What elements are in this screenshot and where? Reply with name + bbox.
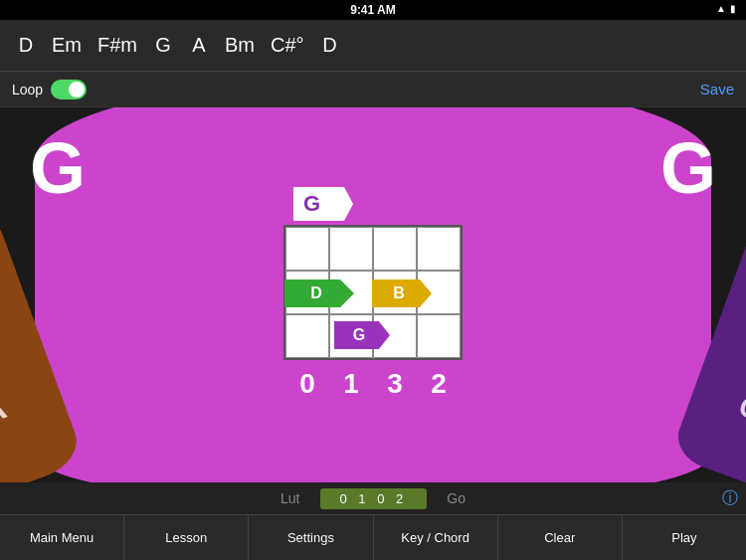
loop-label: Loop	[12, 82, 43, 97]
chord-bar: D Em F#m G A Bm C#° D	[0, 20, 746, 72]
mini-current: 0 1 0 2	[320, 488, 428, 509]
g-label-left: G	[30, 127, 86, 209]
fret-num-0: 0	[285, 368, 329, 400]
battery-icon: ▮	[730, 3, 736, 14]
fret-cell-r1c2	[329, 227, 373, 271]
controls-bar: Loop Save	[0, 72, 746, 107]
chord-G1[interactable]: G	[145, 30, 181, 61]
chord-Em[interactable]: Em	[44, 30, 90, 61]
fret-num-2: 3	[373, 368, 417, 400]
toggle-knob	[69, 82, 85, 97]
bottom-nav: Main Menu Lesson Settings Key / Chord Cl…	[0, 514, 746, 560]
fan-left-label: A	[0, 386, 12, 434]
chord-Bm[interactable]: Bm	[217, 30, 263, 61]
status-bar: 9:41 AM ▲ ▮	[0, 0, 746, 20]
fret-cell-r3c2: G	[329, 314, 373, 358]
nav-main-menu[interactable]: Main Menu	[0, 515, 124, 560]
fret-cell-r3c4	[417, 314, 461, 358]
mini-next: Go	[427, 490, 485, 506]
chord-Csd[interactable]: C#°	[263, 30, 312, 61]
chord-Fsm[interactable]: F#m	[90, 30, 145, 61]
loop-container: Loop	[12, 80, 87, 99]
fret-cell-r1c4	[417, 227, 461, 271]
nav-clear[interactable]: Clear	[498, 515, 623, 560]
chord-diagram: G D B	[283, 187, 463, 400]
fret-cell-r1c1	[285, 227, 329, 271]
chord-D1[interactable]: D	[8, 30, 44, 61]
nav-key-chord[interactable]: Key / Chord	[374, 515, 498, 560]
status-time: 9:41 AM	[350, 3, 396, 17]
nav-lesson[interactable]: Lesson	[124, 515, 249, 560]
fret-cell-r3c1	[285, 314, 329, 358]
info-button[interactable]: ⓘ	[722, 488, 738, 509]
note-G-flag: G	[334, 321, 390, 349]
chord-flag-label: G	[293, 187, 353, 221]
chord-flag: G	[293, 187, 353, 221]
fret-cell-r2c1: D	[285, 271, 329, 314]
note-B-flag: B	[372, 280, 432, 307]
wifi-icon: ▲	[716, 3, 726, 14]
fret-cell-r2c3: B	[373, 271, 417, 314]
fret-numbers: 0 1 3 2	[285, 368, 461, 400]
fret-num-1: 1	[329, 368, 373, 400]
fret-grid: D B G	[283, 225, 463, 360]
mini-bar: Lut 0 1 0 2 Go ⓘ	[0, 482, 746, 514]
mini-prev: Lut	[261, 490, 319, 506]
save-button[interactable]: Save	[700, 81, 734, 97]
nav-play[interactable]: Play	[623, 515, 746, 560]
fan-right-label: G	[735, 391, 746, 429]
loop-toggle[interactable]	[51, 80, 87, 99]
g-label-right: G	[660, 127, 716, 209]
chord-A[interactable]: A	[181, 30, 217, 61]
fret-num-3: 2	[417, 368, 461, 400]
status-icons: ▲ ▮	[716, 3, 736, 14]
fret-cell-r1c3	[373, 227, 417, 271]
nav-settings[interactable]: Settings	[249, 515, 373, 560]
note-D-flag: D	[284, 280, 354, 307]
chord-D2[interactable]: D	[312, 30, 348, 61]
main-area: A G G G G D B	[0, 107, 746, 495]
